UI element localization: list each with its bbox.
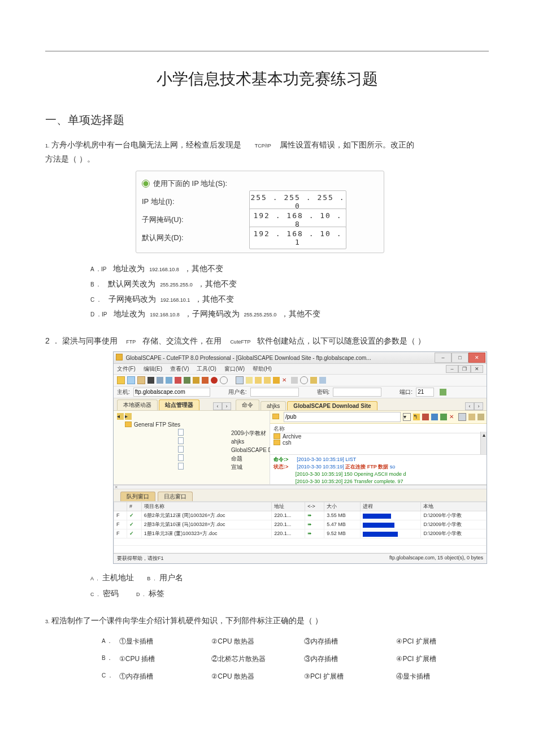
q2-opt-b: 用户名 xyxy=(159,573,183,582)
menu-help[interactable]: 帮助(H) xyxy=(253,365,272,373)
tool-filter-icon[interactable] xyxy=(319,377,326,384)
pane-close-icon[interactable]: × xyxy=(115,484,118,490)
menu-edit[interactable]: 编辑(E) xyxy=(144,365,162,373)
qcol-dir[interactable]: <-> xyxy=(305,502,324,511)
tool-grid-icon[interactable] xyxy=(236,376,244,384)
rtab-ahjks[interactable]: ahjks xyxy=(261,401,286,410)
up-folder-icon[interactable]: ↰ xyxy=(413,414,420,420)
tool-warn-icon[interactable] xyxy=(273,377,280,384)
tool-delete-icon[interactable]: ✕ xyxy=(282,377,289,384)
q2-opt-c-pre: C ． xyxy=(90,592,101,597)
connect-go-icon[interactable] xyxy=(440,389,446,396)
qcol-name[interactable]: 项目名称 xyxy=(141,502,272,511)
q3b-c2: ②北桥芯片散热器 xyxy=(211,655,266,663)
qcol-size[interactable]: 大小 xyxy=(324,502,361,511)
menu-tools[interactable]: 工具(O) xyxy=(197,365,216,373)
q1-option-b: B ． 默认网关改为 255.255.255.0 ，其他不变 xyxy=(90,276,489,292)
tree-item[interactable]: ahjks xyxy=(231,438,244,445)
menu-file[interactable]: 文件(F) xyxy=(117,365,136,373)
queue-row[interactable]: F✓ 1册1单元3课 (董)100323+方.doc220.1... ➠9.52… xyxy=(114,529,487,538)
tool-left-icon[interactable] xyxy=(255,377,262,384)
tool-up-icon[interactable] xyxy=(246,377,253,384)
qtab-log[interactable]: 日志窗口 xyxy=(158,492,193,501)
user-input[interactable] xyxy=(250,388,299,397)
q3c-pre: C ． xyxy=(102,670,119,682)
opt-c-val: 192.168.10.1 xyxy=(160,297,190,303)
mdi-restore-icon[interactable]: ❐ xyxy=(458,365,471,373)
ip-address-label: IP 地址(I): xyxy=(142,197,249,207)
radio-icon[interactable] xyxy=(142,180,150,188)
tree-item[interactable]: 2009小学教材 xyxy=(231,430,266,436)
q3-options: A ． ①显卡插槽 ②CPU 散热器 ③内存插槽 ④PCI 扩展槽 B ． ①C… xyxy=(102,632,489,684)
tree-item[interactable]: 命题 xyxy=(231,455,242,462)
q3a-c4: ④PCI 扩展槽 xyxy=(396,637,436,645)
question-3: 3. 程浩制作了一个课件向学生介绍计算机硬件知识，下列部件标注正确的是（ ） A… xyxy=(45,614,489,685)
minimize-button[interactable]: – xyxy=(435,353,451,363)
view-mode-icon[interactable] xyxy=(458,413,466,421)
mdi-close-icon[interactable]: ✕ xyxy=(471,365,483,373)
opt-a-val: 192.168.10.8 xyxy=(149,267,179,272)
rtab-gsdl[interactable]: GlobalSCAPE Download Site xyxy=(287,401,377,410)
path-dropdown-icon[interactable]: ▾ xyxy=(403,413,411,421)
rtabs-scroll-right-icon[interactable]: › xyxy=(474,402,483,410)
close-button[interactable]: ✕ xyxy=(468,353,485,363)
mdi-minimize-icon[interactable]: – xyxy=(446,365,458,373)
opt-a-t1: 地址改为 xyxy=(113,264,145,273)
remote-item[interactable]: csh xyxy=(283,440,292,446)
maximize-button[interactable]: □ xyxy=(451,353,468,363)
tree-right-icon[interactable]: ▸ xyxy=(125,413,132,420)
default-gateway-field[interactable]: 192 . 168 . 10 . 1 xyxy=(249,227,346,249)
tool-exec-icon[interactable] xyxy=(310,377,317,384)
rtab-command[interactable]: 命令 xyxy=(236,399,259,410)
qcol-prog[interactable]: 进程 xyxy=(361,502,421,511)
tree-item[interactable]: 宣城 xyxy=(231,464,242,470)
page-icon xyxy=(133,413,231,493)
rtabs-scroll-left-icon[interactable]: ‹ xyxy=(465,402,474,410)
q2-options: A ． 主机地址 B ． 用户名 C ． 密码 D ． 标签 xyxy=(90,570,489,601)
q2-opt-d: 标签 xyxy=(149,589,164,598)
q3c-c3: ③PCI 扩展槽 xyxy=(304,672,344,680)
status-bar: 要获得帮助，请按F1 ftp.globalscape.com, 15 objec… xyxy=(114,553,487,563)
q1-option-c: C ． 子网掩码改为 192.168.10.1 ，其他不变 xyxy=(90,292,489,307)
opt-c-pre: C ． xyxy=(90,297,102,303)
opt-d-pre: D ．IP xyxy=(90,311,107,318)
cuteftp-window: GlobalSCAPE - CuteFTP 8.0 Professional -… xyxy=(113,351,487,564)
scrollbar[interactable]: ▴ xyxy=(480,432,487,454)
queue-row[interactable]: F✓ 6册2单元第12课 (周)100326+方.doc220.1... ➠3.… xyxy=(114,511,487,520)
new-folder-icon[interactable] xyxy=(422,414,429,420)
tool-sched-icon[interactable] xyxy=(300,376,308,384)
tool-view-icon[interactable] xyxy=(291,377,298,384)
menu-view[interactable]: 查看(V) xyxy=(170,365,189,373)
pass-input[interactable] xyxy=(333,388,381,397)
queue-row[interactable]: F✓ 2册3单元第10课 (马)100328+方.doc220.1... ➠5.… xyxy=(114,520,487,529)
tool-back-icon[interactable] xyxy=(117,376,125,384)
check-icon: ✓ xyxy=(129,522,134,527)
q3b-pre: B ． xyxy=(102,652,119,664)
question-2: 2 ． 梁洪与同事使用 FTP 存储、交流文件，在用 CuteFTP 软件创建站… xyxy=(45,334,489,601)
q3b-c3: ③内存插槽 xyxy=(304,655,338,663)
remote-path-bar: ▾ ↰ ✕ xyxy=(270,411,487,424)
qtab-queue[interactable]: 队列窗口 xyxy=(120,492,155,501)
refresh-remote-icon[interactable] xyxy=(440,414,447,420)
remote-path-input[interactable] xyxy=(284,412,401,422)
delete-remote-icon[interactable]: ✕ xyxy=(449,414,456,420)
remote-item[interactable]: Archive xyxy=(283,433,301,440)
qcol-addr[interactable]: 地址 xyxy=(272,502,305,511)
opt-d-t2: ，子网掩码改为 xyxy=(184,309,240,318)
port-label: 端口: xyxy=(400,388,413,396)
port-input[interactable] xyxy=(416,388,434,397)
props-icon[interactable] xyxy=(468,414,475,420)
qcol-local[interactable]: 本地 xyxy=(421,502,487,511)
q2-opt-a: 主机地址 xyxy=(102,573,134,582)
q2-opt-c: 密码 xyxy=(103,589,119,598)
bookmark-icon[interactable] xyxy=(431,414,438,420)
tree-left-icon[interactable]: ◂ xyxy=(117,413,124,420)
filter-remote-icon[interactable] xyxy=(477,414,484,420)
folder-icon xyxy=(272,414,281,420)
tool-right-icon[interactable] xyxy=(264,377,271,384)
qcol-num[interactable]: # xyxy=(127,502,142,511)
menu-window[interactable]: 窗口(W) xyxy=(224,365,245,373)
q1-number: 1. xyxy=(45,143,50,149)
log-line: [2010-3-30 10:35:19] LIST xyxy=(297,457,356,462)
page-title: 小学信息技术基本功竞赛练习题 xyxy=(45,68,489,90)
